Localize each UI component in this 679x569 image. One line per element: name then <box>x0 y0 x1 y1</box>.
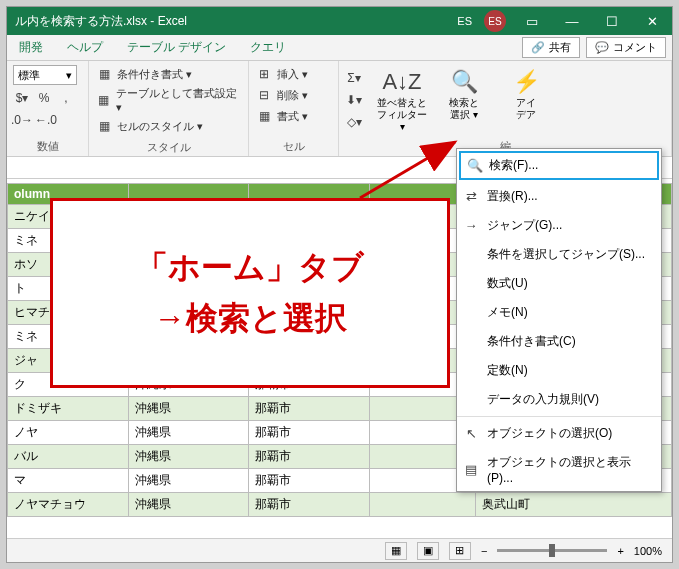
fill-icon[interactable]: ⬇▾ <box>345 91 363 109</box>
percent-icon[interactable]: % <box>35 89 53 107</box>
cell[interactable]: 沖縄県 <box>128 421 249 445</box>
zoom-slider[interactable] <box>497 549 607 552</box>
minimize-icon[interactable]: — <box>552 7 592 35</box>
cell[interactable]: ノヤマチョウ <box>8 493 129 517</box>
pane-icon: ▤ <box>463 462 479 477</box>
menu-const[interactable]: 定数(N) <box>457 356 661 385</box>
format-as-table-button[interactable]: ▦テーブルとして書式設定 ▾ <box>95 86 242 114</box>
insert-button[interactable]: ⊞挿入 ▾ <box>255 65 332 83</box>
menu-condfmt[interactable]: 条件付き書式(C) <box>457 327 661 356</box>
callout-line1: 「ホーム」タブ <box>136 242 364 293</box>
cell-styles-button[interactable]: ▦セルのスタイル ▾ <box>95 117 242 135</box>
number-format-select[interactable]: 標準▾ <box>13 65 77 85</box>
cell[interactable]: ドミザキ <box>8 397 129 421</box>
cell[interactable]: マ <box>8 469 129 493</box>
sort-filter-button[interactable]: A↓Z 並べ替えと フィルター ▾ <box>375 69 429 133</box>
menu-cond-jump[interactable]: 条件を選択してジャンプ(S)... <box>457 240 661 269</box>
cell[interactable]: 那覇市 <box>249 493 370 517</box>
ribbon: 標準▾ $▾ % , .0→ ←.0 数値 ▦条件付き書式 ▾ ▦テーブルとして… <box>7 61 672 157</box>
autosum-icon[interactable]: Σ▾ <box>345 69 363 87</box>
find-select-menu: 🔍検索(F)... ⇄置換(R)... →ジャンプ(G)... 条件を選択してジ… <box>456 148 662 492</box>
normal-view-icon[interactable]: ▦ <box>385 542 407 560</box>
table-row[interactable]: ノヤマチョウ沖縄県那覇市奥武山町 <box>8 493 672 517</box>
menu-replace[interactable]: ⇄置換(R)... <box>457 182 661 211</box>
page-break-view-icon[interactable]: ⊞ <box>449 542 471 560</box>
conditional-format-button[interactable]: ▦条件付き書式 ▾ <box>95 65 242 83</box>
menu-jump[interactable]: →ジャンプ(G)... <box>457 211 661 240</box>
increase-decimal-icon[interactable]: .0→ <box>13 111 31 129</box>
decrease-decimal-icon[interactable]: ←.0 <box>37 111 55 129</box>
format-button[interactable]: ▦書式 ▾ <box>255 107 332 125</box>
cell[interactable]: 沖縄県 <box>128 469 249 493</box>
currency-icon[interactable]: $▾ <box>13 89 31 107</box>
menu-memo[interactable]: メモ(N) <box>457 298 661 327</box>
tab-developer[interactable]: 開発 <box>7 35 55 60</box>
titlebar: ル内を検索する方法.xlsx - Excel ES ES ▭ — ☐ ✕ <box>7 7 672 35</box>
ribbon-display-icon[interactable]: ▭ <box>512 7 552 35</box>
comment-button[interactable]: 💬コメント <box>586 37 666 58</box>
share-icon: 🔗 <box>531 41 545 54</box>
tab-query[interactable]: クエリ <box>238 35 298 60</box>
replace-icon: ⇄ <box>463 189 479 204</box>
zoom-in-button[interactable]: + <box>617 545 623 557</box>
share-button[interactable]: 🔗共有 <box>522 37 580 58</box>
tab-table-design[interactable]: テーブル デザイン <box>115 35 238 60</box>
comma-icon[interactable]: , <box>57 89 75 107</box>
cell-style-icon: ▦ <box>95 117 113 135</box>
comment-icon: 💬 <box>595 41 609 54</box>
cell[interactable]: 沖縄県 <box>128 397 249 421</box>
cell[interactable]: 那覇市 <box>249 445 370 469</box>
tab-help[interactable]: ヘルプ <box>55 35 115 60</box>
cell[interactable]: 那覇市 <box>249 421 370 445</box>
delete-button[interactable]: ⊟削除 ▾ <box>255 86 332 104</box>
group-label-number: 数値 <box>13 137 82 154</box>
menu-valid[interactable]: データの入力規則(V) <box>457 385 661 414</box>
clear-icon[interactable]: ◇▾ <box>345 113 363 131</box>
window-title: ル内を検索する方法.xlsx - Excel <box>7 13 451 30</box>
cell[interactable]: 那覇市 <box>249 397 370 421</box>
group-label-styles: スタイル <box>95 138 242 155</box>
table-format-icon: ▦ <box>95 91 112 109</box>
zoom-out-button[interactable]: − <box>481 545 487 557</box>
statusbar: ▦ ▣ ⊞ − + 100% <box>7 538 672 562</box>
page-layout-view-icon[interactable]: ▣ <box>417 542 439 560</box>
pointer-icon: ↖ <box>463 426 479 441</box>
insert-icon: ⊞ <box>255 65 273 83</box>
annotation-callout: 「ホーム」タブ →検索と選択 <box>50 198 450 388</box>
cell[interactable]: 沖縄県 <box>128 493 249 517</box>
ideas-button[interactable]: ⚡ アイ デア <box>499 69 553 121</box>
user-avatar[interactable]: ES <box>484 10 506 32</box>
search-icon: 🔍 <box>451 69 478 95</box>
cell[interactable]: バル <box>8 445 129 469</box>
cell[interactable] <box>370 493 476 517</box>
ribbon-tabs: 開発 ヘルプ テーブル デザイン クエリ 🔗共有 💬コメント <box>7 35 672 61</box>
es-indicator: ES <box>451 15 478 27</box>
menu-search[interactable]: 🔍検索(F)... <box>459 151 659 180</box>
zoom-level[interactable]: 100% <box>634 545 662 557</box>
format-icon: ▦ <box>255 107 273 125</box>
ideas-icon: ⚡ <box>513 69 540 95</box>
sort-icon: A↓Z <box>382 69 421 95</box>
group-label-cells: セル <box>255 137 332 154</box>
cell[interactable]: 那覇市 <box>249 469 370 493</box>
cell[interactable]: 沖縄県 <box>128 445 249 469</box>
callout-line2: →検索と選択 <box>154 293 347 344</box>
menu-select-objects[interactable]: ↖オブジェクトの選択(O) <box>457 419 661 448</box>
close-icon[interactable]: ✕ <box>632 7 672 35</box>
maximize-icon[interactable]: ☐ <box>592 7 632 35</box>
menu-formula[interactable]: 数式(U) <box>457 269 661 298</box>
cell[interactable]: 奥武山町 <box>475 493 671 517</box>
goto-icon: → <box>463 218 479 233</box>
chevron-down-icon: ▾ <box>66 69 72 82</box>
cond-format-icon: ▦ <box>95 65 113 83</box>
find-select-button[interactable]: 🔍 検索と 選択 ▾ <box>437 69 491 121</box>
menu-selection-pane[interactable]: ▤オブジェクトの選択と表示(P)... <box>457 448 661 491</box>
cell[interactable]: ノヤ <box>8 421 129 445</box>
delete-icon: ⊟ <box>255 86 273 104</box>
search-icon: 🔍 <box>467 158 483 173</box>
